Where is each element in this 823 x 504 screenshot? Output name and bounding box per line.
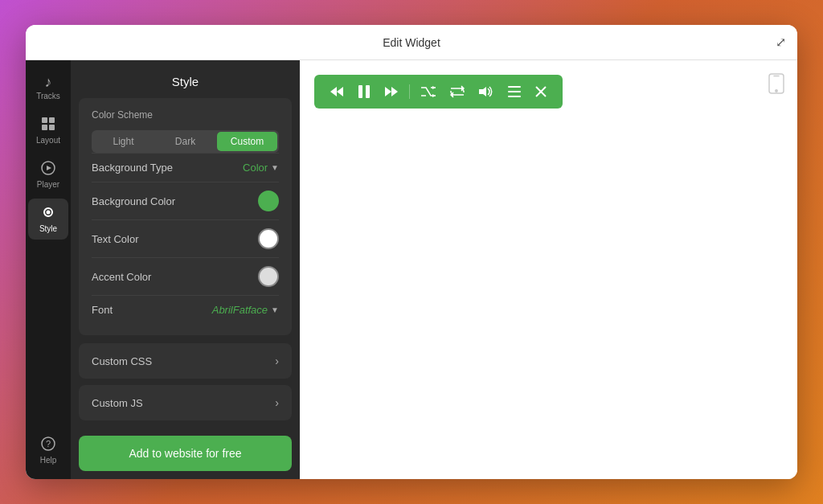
window-title: Edit Widget — [383, 36, 440, 49]
volume-button[interactable] — [476, 84, 497, 100]
forward-button[interactable] — [382, 84, 401, 100]
help-icon: ? — [41, 436, 55, 453]
background-type-label: Background Type — [92, 162, 173, 174]
background-color-swatch[interactable] — [258, 191, 279, 211]
text-color-swatch[interactable] — [258, 228, 279, 249]
background-type-text: Color — [243, 162, 268, 174]
svg-rect-13 — [366, 85, 370, 98]
style-panel: Style Color Scheme Light Dark Custom Bac… — [71, 60, 300, 479]
font-label: Font — [92, 304, 113, 316]
background-type-row: Background Type Color ▼ — [92, 153, 279, 182]
close-player-button[interactable] — [532, 84, 550, 99]
player-divider-1 — [409, 84, 410, 99]
font-value-container[interactable]: AbrilFatface ▼ — [212, 304, 279, 316]
scheme-dark-button[interactable]: Dark — [155, 132, 215, 151]
sidebar-item-tracks[interactable]: ♪ Tracks — [28, 68, 68, 107]
layout-icon — [41, 117, 55, 133]
scheme-light-button[interactable]: Light — [93, 132, 154, 151]
app-window: Edit Widget ⤢ ♪ Tracks Layout — [26, 25, 797, 479]
svg-rect-19 — [508, 96, 521, 97]
font-arrow: ▼ — [271, 305, 279, 314]
color-scheme-label: Color Scheme — [92, 109, 279, 121]
sidebar-item-layout[interactable]: Layout — [28, 110, 68, 151]
svg-rect-0 — [42, 117, 47, 123]
style-panel-header: Style — [71, 60, 300, 98]
svg-text:?: ? — [46, 439, 51, 449]
scheme-custom-button[interactable]: Custom — [217, 132, 277, 151]
repeat-button[interactable] — [447, 84, 468, 100]
color-scheme-section: Color Scheme Light Dark Custom Backgroun… — [79, 98, 292, 335]
svg-rect-17 — [508, 86, 521, 88]
player-bar — [314, 75, 563, 109]
sidebar-bottom: ? Help — [28, 430, 68, 479]
background-color-row: Background Color — [92, 182, 279, 219]
custom-js-chevron: › — [275, 396, 279, 409]
pause-button[interactable] — [354, 83, 374, 100]
sidebar-item-label-style: Style — [39, 224, 57, 233]
svg-rect-3 — [49, 125, 55, 130]
custom-js-section[interactable]: Custom JS › — [79, 385, 292, 420]
svg-marker-11 — [330, 87, 337, 96]
sidebar-item-label-tracks: Tracks — [36, 92, 60, 100]
svg-marker-10 — [337, 87, 343, 96]
svg-rect-1 — [49, 117, 55, 123]
background-type-arrow: ▼ — [271, 163, 279, 172]
tracks-icon: ♪ — [45, 75, 52, 89]
playlist-button[interactable] — [505, 84, 524, 99]
accent-color-row: Accent Color — [92, 257, 279, 295]
accent-color-swatch[interactable] — [258, 266, 279, 287]
svg-marker-15 — [391, 87, 398, 96]
custom-js-label: Custom JS — [92, 397, 143, 409]
custom-css-section[interactable]: Custom CSS › — [79, 343, 292, 379]
sidebar-item-label-help: Help — [40, 456, 57, 465]
main-content: ♪ Tracks Layout — [26, 60, 797, 479]
title-bar: Edit Widget ⤢ — [26, 25, 797, 60]
svg-marker-16 — [479, 87, 486, 96]
player-icon — [41, 161, 55, 178]
font-row: Font AbrilFatface ▼ — [92, 295, 279, 324]
add-to-website-button[interactable]: Add to website for free — [79, 436, 292, 471]
shuffle-button[interactable] — [418, 84, 439, 99]
text-color-row: Text Color — [92, 219, 279, 257]
preview-area — [300, 60, 797, 479]
background-type-value[interactable]: Color ▼ — [243, 162, 279, 174]
accent-color-label: Accent Color — [92, 271, 151, 283]
rewind-button[interactable] — [327, 84, 346, 100]
svg-rect-2 — [42, 125, 47, 130]
svg-rect-12 — [358, 85, 362, 98]
sidebar-item-player[interactable]: Player — [28, 154, 68, 195]
text-color-label: Text Color — [92, 233, 139, 245]
mobile-icon[interactable] — [768, 73, 784, 98]
font-value-text: AbrilFatface — [212, 304, 268, 316]
color-scheme-buttons: Light Dark Custom — [92, 130, 279, 153]
custom-css-label: Custom CSS — [92, 355, 152, 367]
custom-css-chevron: › — [275, 354, 279, 367]
sidebar-item-label-player: Player — [37, 180, 59, 189]
svg-rect-18 — [508, 91, 521, 92]
sidebar-item-help[interactable]: ? Help — [28, 430, 68, 471]
sidebar-item-style[interactable]: Style — [28, 199, 68, 240]
sidebar-item-label-layout: Layout — [36, 136, 60, 145]
svg-point-7 — [47, 211, 51, 215]
background-color-label: Background Color — [92, 195, 175, 207]
expand-icon[interactable]: ⤢ — [776, 35, 786, 50]
svg-marker-5 — [47, 166, 51, 170]
svg-marker-14 — [385, 87, 391, 96]
sidebar-icons: ♪ Tracks Layout — [26, 60, 71, 479]
svg-point-24 — [776, 90, 777, 92]
style-icon — [41, 205, 55, 222]
